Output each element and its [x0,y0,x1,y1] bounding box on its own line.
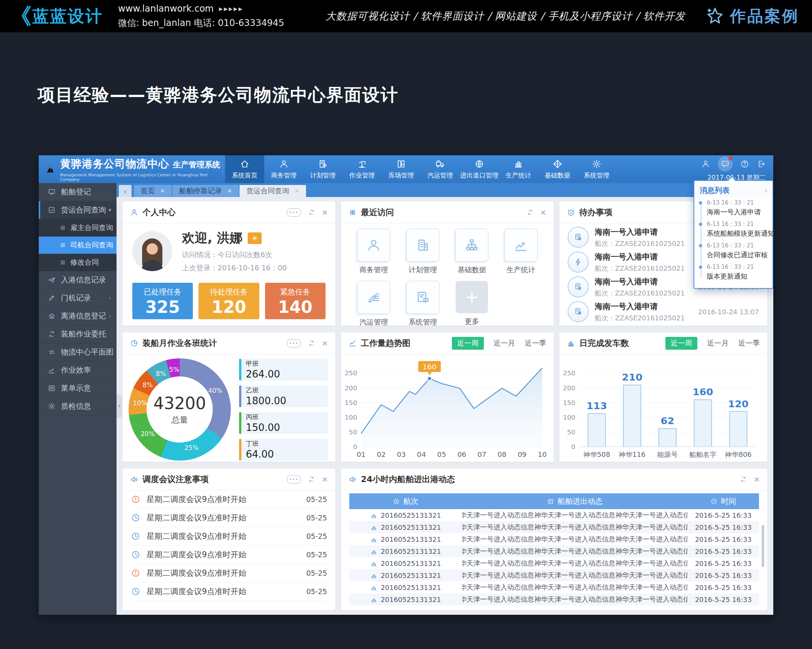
popup-message-1[interactable]: 6-13 16 : 33 : 21系统船舶模块更新通知 [700,221,768,238]
sidebar-item-2[interactable]: 入港信息记录 [39,271,116,289]
popup-message-2[interactable]: 6-13 16 : 33 : 21合同修改已通过审核 [700,242,768,260]
close-button[interactable]: ✕ [322,475,328,484]
nav-item-0[interactable]: 系统首页 [225,155,264,183]
recent-item-3[interactable]: 生产统计 [497,229,546,275]
logout-icon[interactable] [757,159,766,168]
stat-tile-2[interactable]: 紧急任务140 [265,283,325,319]
tab-1[interactable]: 船舶停靠记录✕ [172,185,239,197]
nav-item-1[interactable]: 商务管理 [264,155,304,183]
refresh-button[interactable] [308,339,315,347]
stat-tile-0[interactable]: 已处理任务325 [132,283,193,319]
meeting-item-0[interactable]: 星期二调度会议9点准时开始05-25 [131,490,327,509]
refresh-button[interactable] [308,209,315,216]
meeting-item-5[interactable]: 星期二调度会议9点准时开始05-25 [131,582,327,601]
svg-text:08: 08 [498,451,507,458]
sidebar-item-8[interactable]: 菜单示意 [39,379,116,397]
meeting-item-4[interactable]: 星期二调度会议9点准时开始05-25 [131,564,327,582]
table-row-5[interactable]: 20160525131321神华天津一号进入动态信息神华天津一号进入动态信息神华… [349,569,759,581]
portfolio-label: 作品案例 [730,6,799,27]
more-button[interactable]: ••• [287,475,301,484]
sidebar-item-9[interactable]: 质检信息 [39,397,116,415]
table-row-0[interactable]: 20160525131321神华天津一号进入动态信息神华天津一号进入动态信息神华… [349,509,759,521]
nav-item-5[interactable]: 汽运管理 [421,155,460,183]
clock-icon [131,550,140,559]
range-tab-1[interactable]: 近一月 [707,338,728,348]
tab-close-icon[interactable]: ✕ [227,188,232,194]
tab-scroll-left-button[interactable]: ‹ [119,185,131,197]
popup-more-chevron-icon[interactable]: › [765,187,767,194]
meeting-item-1[interactable]: 星期二调度会议9点准时开始05-25 [131,509,327,527]
refresh-button[interactable] [526,209,533,216]
sidebar-subitem-1-0[interactable]: 雇主合同查询 [39,219,116,237]
range-tab-0[interactable]: 近一周 [665,337,698,350]
more-button[interactable]: ••• [287,339,301,347]
table-row-7[interactable]: 20160525131321神华天津一号进入动态信息神华天津一号进入动态信息神华… [349,593,759,605]
table-row-3[interactable]: 20160525131321神华天津一号进入动态信息神华天津一号进入动态信息神华… [349,545,759,557]
range-tab-2[interactable]: 近一季 [738,338,760,348]
popup-message-0[interactable]: 6-13 16 : 33 : 21海南一号入港申请 [700,199,768,217]
sidebar-item-7[interactable]: 作业效率 [39,361,116,379]
range-tab-1[interactable]: 近一月 [494,338,515,348]
message-popup: 消息列表 › 6-13 16 : 33 : 21海南一号入港申请6-13 16 … [694,180,773,289]
meeting-item-2[interactable]: 星期二调度会议9点准时开始05-25 [131,527,327,545]
recent-item-0[interactable]: 商务管理 [349,229,398,275]
sidebar-subitem-1-1[interactable]: 司机合同查询 [39,237,116,254]
messages-button[interactable] [717,156,733,171]
nav-item-6[interactable]: 进出道口管理 [460,155,499,183]
nav-item-7[interactable]: 生产统计 [499,155,538,183]
recent-item-6[interactable]: +更多 [447,281,497,325]
refresh-button[interactable] [740,476,747,483]
todo-item-3[interactable]: 海南一号入港申请船次：ZZASE201610250212016-10-24 13… [568,299,759,324]
tab-close-icon[interactable]: ✕ [160,188,165,194]
recent-item-1[interactable]: 计划管理 [398,229,448,275]
user-account-icon[interactable] [701,159,710,168]
nav-item-3[interactable]: 作业管理 [342,155,382,183]
avatar[interactable] [132,231,172,271]
sidebar-item-6[interactable]: 物流中心平面图 [39,343,116,361]
donut-slice-label: 8% [156,370,166,377]
sidebar-item-0[interactable]: 船舶登记 [39,183,116,201]
recent-item-4[interactable]: 汽运管理 [349,281,398,325]
stat-tile-1[interactable]: 待处理任务120 [198,283,259,319]
table-row-1[interactable]: 20160525131321神华天津一号进入动态信息神华天津一号进入动态信息神华… [349,521,759,533]
bar-chart-icon [567,339,575,347]
tab-0[interactable]: 首页✕ [134,185,172,197]
recent-item-5[interactable]: 系统管理 [398,281,448,325]
recent-item-2[interactable]: 基础数据 [447,229,497,275]
table-row-4[interactable]: 20160525131321神华天津一号进入动态信息神华天津一号进入动态信息神华… [349,557,759,569]
sidebar-collapse-handle[interactable]: ‹ [116,394,122,418]
table-row-2[interactable]: 20160525131321神华天津一号进入动态信息神华天津一号进入动态信息神华… [349,533,759,545]
nav-item-2[interactable]: 计划管理 [304,155,342,183]
sidebar-item-5[interactable]: 装船作业委托 [39,325,116,343]
close-button[interactable]: ✕ [322,339,328,347]
portfolio-link[interactable]: 作品案例 [705,6,799,27]
close-button[interactable]: ✕ [322,208,328,217]
meeting-item-3[interactable]: 星期二调度会议9点准时开始05-25 [131,545,327,564]
close-button[interactable]: ✕ [754,475,760,484]
refresh-button[interactable] [308,476,315,483]
help-icon[interactable] [740,159,749,168]
close-button[interactable]: ✕ [540,208,546,217]
app-title: 黄骅港务公司物流中心 [60,157,169,171]
sidebar-item-4[interactable]: 离港信息登记› [39,307,116,325]
lanlan-logo[interactable]: 《 蓝蓝设计 [10,5,103,27]
tab-2[interactable]: 货运合同查询✕ [240,185,306,197]
table-scrollbar[interactable] [762,525,764,567]
range-tab-0[interactable]: 近一周 [452,337,484,350]
more-button[interactable]: ••• [287,208,301,217]
header-right: 2017-06-13 星期二 [701,155,773,183]
nav-item-4[interactable]: 库场管理 [382,155,421,183]
nav-item-9[interactable]: 系统管理 [577,155,616,183]
network-icon [553,159,562,169]
tab-close-icon[interactable]: ✕ [295,188,299,194]
sidebar-subitem-1-2[interactable]: 修改合同 [39,254,116,271]
popup-message-3[interactable]: 6-13 16 : 33 : 21版本更新通知 [700,264,768,281]
nav-item-8[interactable]: 基础数据 [538,155,577,183]
table-row-6[interactable]: 20160525131321神华天津一号进入动态信息神华天津一号进入动态信息神华… [349,581,759,593]
svg-text:神华116: 神华116 [618,451,646,459]
sidebar-item-3[interactable]: 门机记录› [39,289,116,307]
svg-text:01: 01 [357,451,366,458]
sidebar-item-1[interactable]: 货运合同查询▾ [39,201,116,219]
range-tab-2[interactable]: 近一季 [525,338,546,348]
site-url[interactable]: www.lanlanwork.com [118,3,214,14]
